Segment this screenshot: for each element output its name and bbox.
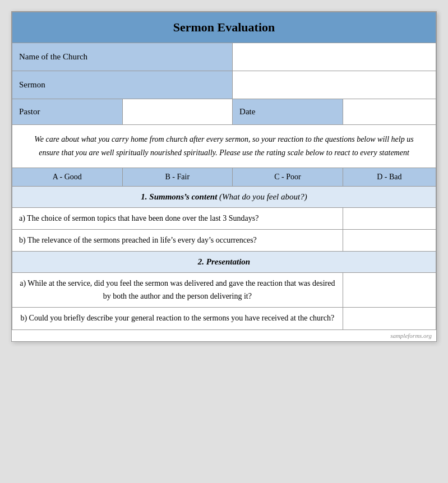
question-2b-row: b) Could you briefly describe your gener… [12, 308, 436, 329]
date-value[interactable] [343, 99, 436, 125]
question-2a-text: a) While at the service, did you feel th… [12, 273, 343, 308]
sermon-label: Sermon [12, 71, 233, 99]
church-label: Name of the Church [12, 43, 233, 71]
header-cell: Sermon Evaluation [12, 12, 436, 43]
section-2-header: 2. Presentation [12, 252, 436, 273]
pastor-value[interactable] [122, 99, 233, 125]
rating-b: B - Fair [122, 168, 233, 186]
sermon-row: Sermon [12, 71, 436, 99]
rating-row: A - Good B - Fair C - Poor D - Bad [12, 168, 436, 186]
rating-d: D - Bad [343, 168, 436, 186]
question-2a-row: a) While at the service, did you feel th… [12, 273, 436, 308]
question-2b-text: b) Could you briefly describe your gener… [12, 308, 343, 329]
answer-1a[interactable] [343, 207, 436, 229]
question-1b-text: b) The relevance of the sermons preached… [12, 229, 343, 251]
answer-2b[interactable] [343, 308, 436, 329]
church-row: Name of the Church [12, 43, 436, 71]
intro-row: We care about what you carry home from c… [12, 125, 436, 168]
question-1a-row: a) The choice of sermon topics that have… [12, 207, 436, 229]
intro-text: We care about what you carry home from c… [12, 125, 436, 168]
section-2-title: 2. Presentation [12, 252, 436, 273]
answer-2a[interactable] [343, 273, 436, 308]
section-1-header: 1. Summons’s content (What do you feel a… [12, 186, 436, 207]
form-title: Sermon Evaluation [173, 20, 275, 34]
section-1-title: 1. Summons’s content (What do you feel a… [12, 186, 436, 207]
answer-1b[interactable] [343, 229, 436, 251]
pastor-date-row: Pastor Date [12, 99, 436, 125]
question-1b-row: b) The relevance of the sermons preached… [12, 229, 436, 251]
watermark: sampleforms.org [12, 330, 436, 341]
question-1a-text: a) The choice of sermon topics that have… [12, 207, 343, 229]
header-row: Sermon Evaluation [12, 12, 436, 43]
form-container: Sermon Evaluation Name of the Church Ser… [11, 11, 437, 342]
rating-a: A - Good [12, 168, 123, 186]
evaluation-form: Sermon Evaluation Name of the Church Ser… [12, 12, 436, 330]
church-value[interactable] [233, 43, 436, 71]
section-2-title-bold: 2. Presentation [198, 257, 250, 266]
sermon-value[interactable] [233, 71, 436, 99]
pastor-label: Pastor [12, 99, 123, 125]
date-label: Date [233, 99, 343, 125]
rating-c: C - Poor [233, 168, 343, 186]
